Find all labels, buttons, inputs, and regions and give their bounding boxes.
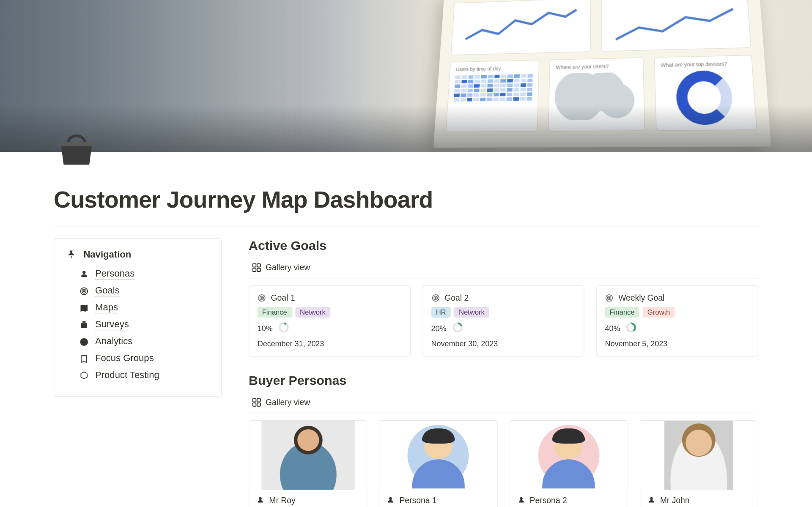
gallery-view-label: Gallery view — [266, 263, 310, 272]
nav-item-label: Maps — [95, 302, 118, 313]
page-icon[interactable] — [54, 125, 99, 170]
svg-rect-26 — [257, 403, 261, 406]
tag: Growth — [643, 307, 675, 318]
svg-rect-23 — [253, 398, 256, 402]
nav-item-label: Focus Groups — [95, 353, 154, 364]
goal-title: Goal 1 — [271, 293, 295, 302]
goal-date: November 30, 2023 — [431, 339, 576, 348]
goal-card[interactable]: Goal 1FinanceNetwork10%December 31, 2023 — [249, 285, 411, 356]
goals-gallery-view-tab[interactable]: Gallery view — [249, 259, 758, 279]
nav-item-label: Analytics — [95, 336, 132, 347]
nav-item-product-testing[interactable]: Product Testing — [79, 367, 209, 384]
persona-name: Persona 1 — [399, 496, 436, 505]
target-icon — [79, 286, 89, 296]
progress-ring-icon — [452, 322, 463, 334]
gallery-icon — [252, 263, 261, 272]
cover-image: Users by time of day Where are your user… — [0, 0, 812, 152]
nav-item-focus-groups[interactable]: Focus Groups — [79, 350, 209, 367]
progress-ring-icon — [626, 322, 636, 334]
svg-rect-7 — [257, 268, 261, 271]
persona-name: Mr John — [660, 496, 690, 505]
target-icon — [258, 293, 266, 302]
buyer-personas-title: Buyer Personas — [249, 373, 758, 388]
title-divider — [54, 226, 760, 226]
nav-item-label: Personas — [95, 269, 134, 280]
persona-card[interactable]: Persona 2 — [509, 420, 628, 507]
chart-icon — [79, 337, 89, 347]
persona-icon — [517, 496, 525, 504]
cube-icon — [79, 370, 89, 381]
tag: Finance — [258, 307, 292, 318]
goal-card[interactable]: Goal 2HRNetwork20%November 30, 2023 — [422, 285, 584, 356]
progress-ring-icon — [278, 322, 289, 334]
gallery-icon — [252, 398, 261, 407]
svg-point-15 — [435, 297, 436, 299]
svg-rect-6 — [253, 268, 256, 271]
nav-item-goals[interactable]: Goals — [79, 282, 209, 299]
gallery-view-label: Gallery view — [266, 397, 310, 407]
persona-photo — [261, 421, 355, 490]
personas-gallery-view-tab[interactable]: Gallery view — [249, 394, 758, 414]
nav-item-surveys[interactable]: Surveys — [79, 316, 209, 333]
briefcase-icon — [79, 320, 89, 330]
goal-progress-pct: 20% — [431, 324, 447, 333]
tag: Finance — [605, 307, 639, 318]
goal-progress-pct: 10% — [258, 324, 273, 333]
persona-card[interactable]: Mr John — [639, 420, 758, 507]
persona-photo — [664, 421, 733, 490]
svg-rect-24 — [257, 398, 261, 402]
svg-point-3 — [83, 290, 85, 292]
nav-item-label: Product Testing — [95, 370, 159, 381]
svg-rect-5 — [257, 263, 261, 267]
goal-date: December 31, 2023 — [258, 339, 402, 348]
goal-card[interactable]: Weekly GoalFinanceGrowth40%November 5, 2… — [596, 285, 758, 356]
persona-icon — [79, 269, 89, 280]
basket-icon — [54, 125, 99, 170]
persona-card[interactable]: Mr Roy — [249, 420, 368, 507]
svg-rect-25 — [253, 403, 256, 406]
tag: Network — [454, 307, 489, 318]
goal-title: Goal 2 — [444, 293, 469, 302]
nav-item-maps[interactable]: Maps — [79, 299, 209, 316]
persona-illustration — [408, 425, 469, 486]
nav-item-personas[interactable]: Personas — [79, 266, 209, 282]
target-icon — [431, 293, 440, 302]
nav-item-analytics[interactable]: Analytics — [79, 333, 209, 350]
svg-point-20 — [609, 297, 610, 299]
svg-point-11 — [280, 323, 288, 332]
persona-card[interactable]: Persona 1 — [379, 420, 498, 507]
navigation-callout: Navigation PersonasGoalsMapsSurveysAnaly… — [54, 238, 222, 397]
nav-item-label: Surveys — [95, 319, 129, 330]
nav-item-label: Goals — [95, 285, 120, 296]
goal-progress-pct: 40% — [605, 324, 620, 333]
tag: HR — [431, 307, 451, 318]
svg-rect-0 — [58, 142, 95, 146]
svg-rect-4 — [253, 263, 256, 267]
active-goals-title: Active Goals — [249, 238, 758, 253]
map-icon — [79, 303, 89, 313]
goal-date: November 5, 2023 — [605, 339, 749, 348]
target-icon — [605, 293, 614, 302]
persona-icon — [256, 496, 264, 504]
bookmark-icon — [79, 354, 89, 364]
navigation-header: Navigation — [83, 249, 131, 260]
page-title[interactable]: Customer Journey Map Dashboard — [54, 187, 758, 213]
persona-icon — [647, 496, 655, 504]
persona-illustration — [538, 425, 599, 486]
persona-icon — [387, 496, 395, 504]
svg-point-10 — [261, 297, 263, 299]
tag: Network — [295, 307, 330, 318]
pin-icon — [66, 249, 77, 260]
persona-name: Persona 2 — [530, 496, 567, 505]
persona-name: Mr Roy — [269, 496, 295, 505]
goal-title: Weekly Goal — [618, 293, 664, 302]
